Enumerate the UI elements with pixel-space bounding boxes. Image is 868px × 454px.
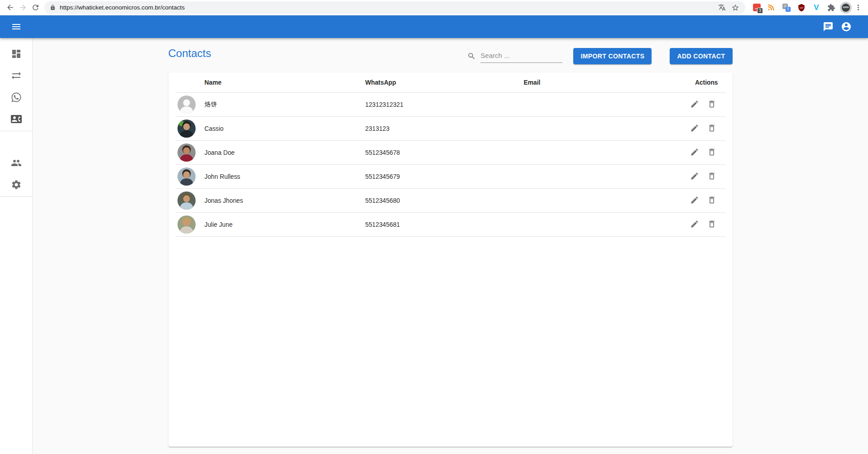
account-button[interactable] [837, 18, 855, 36]
delete-contact-button[interactable] [705, 218, 718, 232]
table-row: Jonas Jhones 5512345680 [176, 189, 725, 213]
ublock-origin-icon[interactable]: uO [797, 3, 806, 12]
contact-email [517, 213, 666, 237]
contact-whatsapp: 5512345678 [358, 141, 517, 165]
sidebar-item-contacts[interactable] [0, 108, 32, 130]
pencil-edit-icon [690, 124, 699, 133]
edit-contact-button[interactable] [688, 146, 701, 160]
contact-whatsapp: 2313123 [358, 117, 517, 141]
contact-avatar [177, 215, 196, 234]
contact-email [517, 93, 666, 117]
contact-whatsapp: 5512345680 [358, 189, 517, 213]
avatar-cell [176, 141, 197, 165]
sidebar-subheader-space [0, 132, 32, 152]
contact-name: 烙饼 [197, 93, 358, 117]
pencil-edit-icon [690, 172, 699, 181]
gtranslate-char: 文 [786, 7, 791, 12]
table-row: John Rulless 5512345679 [176, 165, 725, 189]
rss-extension-icon[interactable] [767, 3, 776, 12]
browser-back-button[interactable] [4, 1, 16, 14]
translate-page-icon[interactable] [717, 3, 726, 12]
edit-contact-button[interactable] [688, 122, 701, 136]
contact-name: Cassio [197, 117, 358, 141]
extension-badge: 3 [757, 8, 763, 14]
contact-whatsapp: 5512345679 [358, 165, 517, 189]
avatar-cell [176, 93, 197, 117]
actions-cell [666, 165, 725, 189]
messages-button[interactable] [819, 18, 837, 36]
contact-avatar [177, 96, 196, 114]
edit-contact-button[interactable] [688, 98, 701, 112]
puzzle-extension-icon[interactable] [827, 3, 836, 12]
table-row: Joana Doe 5512345678 [176, 141, 725, 165]
vimeo-extension-icon[interactable]: V [812, 3, 821, 12]
address-bar[interactable]: https://whaticket.economicros.com.br/con… [44, 1, 745, 14]
page-title: Contacts [168, 47, 211, 60]
sidebar-item-connections[interactable] [0, 65, 32, 86]
header-whatsapp: WhatsApp [358, 72, 517, 93]
avatar-cell [176, 117, 197, 141]
sidebar-item-settings[interactable] [0, 174, 32, 196]
browser-profile-avatar[interactable] [840, 2, 852, 14]
screen: https://whaticket.economicros.com.br/con… [0, 0, 868, 454]
delete-contact-button[interactable] [705, 170, 718, 184]
people-icon [11, 158, 22, 168]
contact-email [517, 117, 666, 141]
ninja-avatar-icon [842, 4, 850, 12]
edit-contact-button[interactable] [688, 218, 701, 232]
search-icon [467, 51, 476, 61]
header-avatar [176, 72, 197, 93]
arrow-forward-icon [19, 3, 27, 12]
reload-icon [31, 3, 40, 12]
contact-avatar [177, 119, 196, 138]
contact-name: Jonas Jhones [197, 189, 358, 213]
google-translate-extension-icon[interactable]: G文 [782, 3, 791, 12]
sidebar-item-dashboard[interactable] [0, 43, 32, 65]
contact-email [517, 189, 666, 213]
sidebar-item-users[interactable] [0, 152, 32, 174]
contacts-card: Name WhatsApp Email Actions [168, 72, 733, 447]
delete-contact-button[interactable] [705, 146, 718, 160]
table-row: 烙饼 12312312321 [176, 93, 725, 117]
contact-avatar [177, 143, 196, 162]
browser-menu-button[interactable] [852, 1, 864, 14]
sidebar-divider [0, 196, 32, 197]
bookmark-star-icon[interactable] [731, 3, 740, 12]
lock-icon [50, 5, 56, 10]
more-vert-icon [854, 3, 863, 12]
contact-name: John Rulless [197, 165, 358, 189]
trash-delete-icon [707, 196, 716, 205]
sidebar-item-tickets[interactable] [0, 86, 32, 108]
dashboard-icon [11, 48, 22, 59]
app-bar [0, 15, 868, 38]
vimeo-letter: V [814, 4, 819, 11]
search-input[interactable] [480, 50, 562, 63]
extension-icons: ... 3 G文 uO V [748, 3, 840, 12]
sidebar [0, 38, 33, 454]
delete-contact-button[interactable] [705, 98, 718, 112]
edit-contact-button[interactable] [688, 170, 701, 184]
delete-contact-button[interactable] [705, 122, 718, 136]
red-extension-icon[interactable]: ... 3 [752, 3, 761, 12]
avatar-cell [176, 213, 197, 237]
import-contacts-button[interactable]: IMPORT CONTACTS [573, 48, 652, 64]
header-email: Email [517, 72, 666, 93]
trash-delete-icon [707, 100, 716, 109]
ubo-letters: uO [800, 6, 803, 9]
contact-phone-icon [11, 114, 22, 124]
edit-contact-button[interactable] [688, 194, 701, 208]
sidebar-divider [0, 131, 32, 131]
arrow-back-icon [6, 3, 14, 12]
hamburger-menu-icon [11, 21, 22, 32]
add-contact-button[interactable]: ADD CONTACT [670, 48, 732, 64]
url-text: https://whaticket.economicros.com.br/con… [60, 4, 713, 11]
delete-contact-button[interactable] [705, 194, 718, 208]
menu-toggle-button[interactable] [7, 18, 25, 36]
contact-avatar [177, 167, 196, 186]
browser-forward-button[interactable] [16, 1, 29, 14]
browser-reload-button[interactable] [29, 1, 42, 14]
pencil-edit-icon [690, 100, 699, 109]
avatar-cell [176, 165, 197, 189]
chat-icon [823, 21, 834, 32]
avatar-cell [176, 189, 197, 213]
